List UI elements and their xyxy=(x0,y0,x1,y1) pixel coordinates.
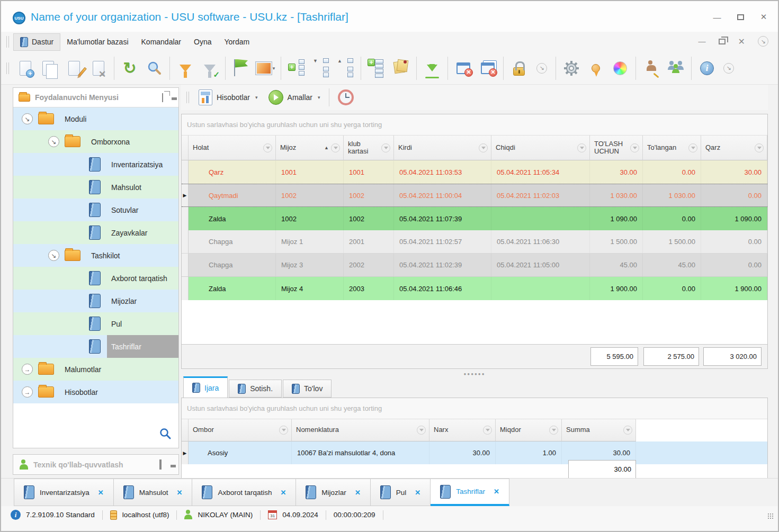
column-header-miqdor[interactable]: Miqdor xyxy=(496,419,562,441)
add-record-icon[interactable]: + xyxy=(364,55,389,82)
filter-icon[interactable] xyxy=(381,143,390,152)
doc-tab-mijozlar[interactable]: Mijozlar ✕ xyxy=(296,479,370,506)
close-tab-icon[interactable]: ✕ xyxy=(415,489,420,497)
tree-item-mahsulot[interactable]: Mahsulot xyxy=(13,176,178,199)
tab-sotish[interactable]: Sotish. xyxy=(229,380,282,398)
table-row-selected[interactable]: ▶ Asosiy 10067 Ba'zi mahsulotlar 4, dona… xyxy=(182,441,767,464)
column-header-mijoz[interactable]: Mijoz▲ xyxy=(276,136,344,160)
filter-icon[interactable] xyxy=(549,426,558,435)
table-row[interactable]: Qarz 1001 1001 05.04.2021 11:03:53 05.04… xyxy=(182,160,767,184)
tree-item-hisobotlar[interactable]: → Hisobotlar xyxy=(13,381,178,403)
table-row[interactable]: Zalda 1002 1002 05.04.2021 11:07:39 1 09… xyxy=(182,207,767,230)
column-header-kirdi[interactable]: Kirdi xyxy=(394,136,491,160)
column-header-nomenklatura[interactable]: Nomenklatura xyxy=(292,419,429,441)
menu-oyna[interactable]: Oyna xyxy=(187,34,218,49)
table-row[interactable]: Chapga Mijoz 3 2002 05.04.2021 11:02:39 … xyxy=(182,254,767,277)
toolbar-overflow-chevron2-icon[interactable]: ↘ xyxy=(723,63,734,74)
column-header-summa[interactable]: Summa xyxy=(562,419,636,441)
table-row[interactable]: Chapga Mijoz 1 2001 05.04.2021 11:02:57 … xyxy=(182,230,767,254)
table-row-selected[interactable]: ▶ Qaytmadi 1002 1002 05.04.2021 11:00:04… xyxy=(182,184,767,207)
close-tab-icon[interactable]: ✕ xyxy=(355,489,361,497)
tree-item-omborxona[interactable]: ↘ Omborxona xyxy=(13,130,178,153)
tree-item-inventarizatsiya[interactable]: Inventarizatsiya xyxy=(13,153,178,176)
row-insert-icon[interactable]: + xyxy=(284,55,309,82)
group-by-band[interactable]: Ustun sarlavhasi bo'yicha guruhlash uchu… xyxy=(182,398,767,419)
column-header-klub-kartasi[interactable]: klub kartasi xyxy=(344,136,394,160)
filter-icon[interactable] xyxy=(630,143,639,152)
group-by-band[interactable]: Ustun sarlavhasi bo'yicha guruhlash uchu… xyxy=(182,114,767,136)
support-maximize-icon[interactable] xyxy=(159,461,162,468)
mdi-restore-button[interactable] xyxy=(719,39,726,44)
sidebar-search-icon[interactable] xyxy=(159,428,171,441)
tree-collapse-icon[interactable]: ▲ xyxy=(333,55,357,82)
collapse-arrow-icon[interactable]: ↘ xyxy=(48,250,59,261)
column-header-tolash-uchun[interactable]: TO'LASH UCHUN xyxy=(590,136,643,160)
close-tab-icon[interactable]: ✕ xyxy=(98,489,104,497)
expand-arrow-icon[interactable]: → xyxy=(22,386,33,398)
lock-icon[interactable] xyxy=(507,55,531,82)
tab-ijara[interactable]: Ijara xyxy=(183,376,228,398)
clock-button[interactable] xyxy=(333,89,359,105)
copy-document-icon[interactable] xyxy=(38,55,62,82)
tree-item-moduli[interactable]: ↘ Moduli xyxy=(13,107,178,130)
close-all-windows-icon[interactable]: ✕ xyxy=(476,55,500,82)
maximize-button[interactable] xyxy=(736,13,745,21)
actions-dropdown-button[interactable]: Amallar ▾ xyxy=(263,90,326,105)
doc-tab-axborot-tarqatish[interactable]: Axborot tarqatish ✕ xyxy=(192,479,296,506)
notes-icon[interactable] xyxy=(389,55,413,82)
flag-icon[interactable] xyxy=(229,55,253,82)
palette-icon[interactable] xyxy=(608,55,632,82)
toolbar-drag-grip[interactable] xyxy=(6,62,9,74)
tree-item-tashkilot[interactable]: ↘ Tashkilot xyxy=(13,244,178,267)
doc-tab-pul[interactable]: Pul ✕ xyxy=(371,479,431,506)
tree-item-tashriflar[interactable]: Tashriflar xyxy=(13,335,178,358)
delete-document-icon[interactable]: ✕ xyxy=(86,55,111,82)
tree-item-axborot-tarqatish[interactable]: Axborot tarqatish xyxy=(13,267,178,290)
users-group-icon[interactable] xyxy=(664,55,688,82)
filter-apply-icon[interactable]: ✓ xyxy=(198,55,222,82)
menu-yordam[interactable]: Yordam xyxy=(218,34,256,49)
location-pin-icon[interactable] xyxy=(584,55,608,82)
close-tab-icon[interactable]: ✕ xyxy=(176,489,182,497)
filter-icon[interactable] xyxy=(331,143,340,152)
close-tab-icon[interactable]: ✕ xyxy=(494,488,499,495)
menu-malumotlar-bazasi[interactable]: Ma'lumotlar bazasi xyxy=(60,34,135,49)
user-permissions-icon[interactable] xyxy=(639,55,664,82)
column-header-qarz[interactable]: Qarz xyxy=(701,136,767,160)
filter-icon[interactable] xyxy=(173,55,198,82)
toolbar-overflow-chevron-icon[interactable]: ↘ xyxy=(536,63,547,74)
close-button[interactable]: ✕ xyxy=(759,13,768,21)
column-header-tolangan[interactable]: To'langan xyxy=(643,136,701,160)
column-header-holat[interactable]: Holat xyxy=(189,136,276,160)
filter-icon[interactable] xyxy=(483,426,492,435)
tree-item-sotuvlar[interactable]: Sotuvlar xyxy=(13,199,178,221)
tree-expand-icon[interactable]: ▼ xyxy=(309,55,333,82)
column-header-ombor[interactable]: Ombor xyxy=(189,419,292,441)
report-toolbar-grip[interactable] xyxy=(186,92,189,103)
tree-item-pul[interactable]: Pul xyxy=(13,312,178,335)
support-panel[interactable]: Texnik qo'llab-quvvatlash xyxy=(13,454,179,475)
expand-arrow-icon[interactable]: → xyxy=(22,364,33,375)
close-window-icon[interactable]: ✕ xyxy=(451,55,476,82)
tree-item-malumotlar[interactable]: → Malumotlar xyxy=(13,358,178,381)
tree-item-mijozlar[interactable]: Mijozlar xyxy=(13,290,178,312)
menu-komandalar[interactable]: Komandalar xyxy=(135,34,188,49)
filter-icon[interactable] xyxy=(279,426,288,435)
doc-tab-inventarizatsiya[interactable]: Inventarizatsiya ✕ xyxy=(14,479,114,506)
minimize-button[interactable]: — xyxy=(712,13,722,21)
collapse-arrow-icon[interactable]: ↘ xyxy=(22,113,33,124)
resize-grip[interactable] xyxy=(767,513,774,519)
settings-gear-icon[interactable] xyxy=(559,55,584,82)
mdi-overflow-chevron-icon[interactable]: ↘ xyxy=(758,36,768,47)
new-document-icon[interactable]: + xyxy=(13,55,38,82)
info-icon[interactable]: i xyxy=(695,55,719,82)
filter-icon[interactable] xyxy=(755,143,764,152)
import-download-icon[interactable] xyxy=(420,55,444,82)
close-tab-icon[interactable]: ✕ xyxy=(280,489,286,497)
menu-dastur[interactable]: Dastur xyxy=(13,33,60,51)
filter-icon[interactable] xyxy=(479,143,488,152)
refresh-icon[interactable]: ↻ xyxy=(118,55,142,82)
mdi-minimize-button[interactable]: — xyxy=(699,37,706,46)
filter-icon[interactable] xyxy=(263,143,272,152)
filter-icon[interactable] xyxy=(577,143,586,152)
